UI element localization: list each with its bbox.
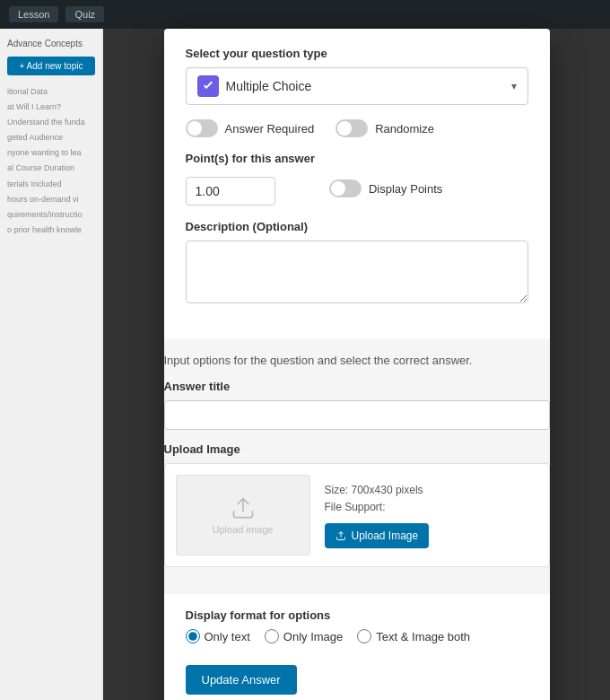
radio-text-image-input[interactable] — [357, 629, 371, 643]
input-options-text: Input options for the question and selec… — [164, 354, 550, 367]
answer-title-label: Answer title — [164, 380, 550, 393]
update-answer-section: Update Answer — [164, 658, 550, 700]
points-label: Point(s) for this answer — [186, 152, 315, 165]
answer-required-label: Answer Required — [225, 122, 315, 136]
question-type-section: Select your question type Multiple Choic… — [186, 47, 528, 105]
upload-image-label: Upload Image — [164, 442, 550, 456]
upload-image-btn[interactable]: Upload Image — [325, 523, 430, 548]
description-textarea[interactable] — [186, 241, 528, 303]
quiz-btn[interactable]: Quiz — [65, 6, 104, 22]
sidebar-content: itional Data at Will I Learn? Understand… — [7, 84, 95, 238]
radio-only-image-input[interactable] — [265, 629, 279, 643]
radio-text-image[interactable]: Text & Image both — [357, 629, 470, 643]
display-points-toggle[interactable] — [329, 179, 362, 197]
randomize-label: Randomize — [375, 122, 434, 136]
radio-only-text-input[interactable] — [186, 629, 200, 643]
upload-info: Size: 700x430 pixels File Support: Uploa… — [325, 482, 430, 548]
answer-title-section: Answer title — [164, 380, 550, 430]
radio-only-text-label: Only text — [205, 630, 250, 643]
radio-text-image-label: Text & Image both — [376, 630, 470, 643]
upload-size-text: Size: 700x430 pixels File Support: — [325, 482, 430, 516]
answer-title-input[interactable] — [164, 400, 550, 430]
question-type-label: Select your question type — [186, 47, 528, 60]
display-points-toggle-item[interactable]: Display Points — [329, 179, 442, 197]
radio-only-image-label: Only Image — [283, 630, 343, 643]
select-box-left: Multiple Choice — [197, 75, 312, 97]
gray-section: Input options for the question and selec… — [164, 339, 550, 594]
chevron-down-icon: ▾ — [511, 80, 517, 92]
display-format-radio-group: Only text Only Image Text & Image both — [186, 629, 528, 643]
upload-box: Upload image Size: 700x430 pixels File S… — [164, 463, 550, 567]
description-section: Description (Optional) — [186, 220, 528, 307]
points-group: Point(s) for this answer — [186, 152, 315, 206]
sidebar-heading: Advance Concepts — [7, 36, 95, 51]
display-format-label: Display format for options — [186, 608, 528, 622]
answer-required-toggle[interactable] — [186, 119, 218, 137]
description-label: Description (Optional) — [186, 220, 528, 233]
top-bar: Lesson Quiz — [0, 0, 610, 29]
radio-only-text[interactable]: Only text — [186, 629, 250, 643]
modal-body: Select your question type Multiple Choic… — [164, 29, 550, 339]
question-type-value: Multiple Choice — [226, 79, 312, 93]
points-section: Point(s) for this answer Display Points — [186, 152, 528, 206]
add-new-topic-btn[interactable]: + Add new topic — [7, 57, 95, 75]
randomize-toggle[interactable] — [336, 119, 368, 137]
upload-image-section: Upload Image Upload image S — [164, 442, 550, 567]
sidebar-panel: Advance Concepts + Add new topic itional… — [0, 29, 103, 700]
modal-dialog: Select your question type Multiple Choic… — [164, 29, 550, 700]
answer-required-toggle-item[interactable]: Answer Required — [186, 119, 315, 137]
question-type-icon — [197, 75, 219, 97]
lesson-btn[interactable]: Lesson — [9, 6, 58, 22]
upload-icon — [336, 530, 346, 541]
modal-backdrop: Select your question type Multiple Choic… — [103, 29, 610, 700]
radio-only-image[interactable]: Only Image — [265, 629, 343, 643]
toggle-row: Answer Required Randomize — [186, 119, 528, 137]
update-answer-btn[interactable]: Update Answer — [186, 665, 297, 695]
upload-btn-label: Upload Image — [352, 529, 419, 542]
randomize-toggle-item[interactable]: Randomize — [336, 119, 434, 137]
upload-preview-area[interactable]: Upload image — [176, 475, 310, 556]
points-input[interactable] — [186, 177, 275, 206]
display-points-label: Display Points — [369, 182, 442, 196]
display-format-section: Display format for options Only text Onl… — [164, 594, 550, 658]
upload-preview-text: Upload image — [213, 524, 274, 535]
upload-preview-icon: Upload image — [213, 495, 274, 535]
question-type-select[interactable]: Multiple Choice ▾ — [186, 67, 528, 105]
